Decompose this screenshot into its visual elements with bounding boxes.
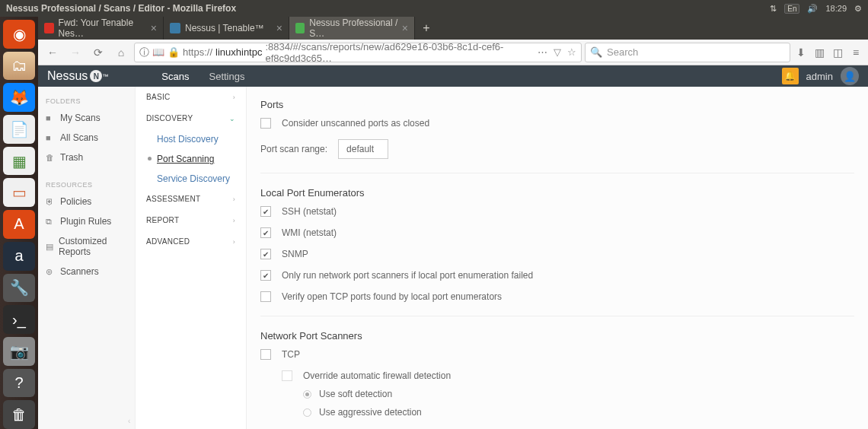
settings-sidebar: BASIC› DISCOVERY⌄ Host Discovery Port Sc… (136, 87, 247, 429)
sidebar-item-scanners[interactable]: ⊚Scanners (38, 262, 135, 281)
user-avatar-icon[interactable]: 👤 (841, 67, 859, 85)
tab-nessus[interactable]: Nessus Professional / S… × (289, 17, 415, 40)
input-port-range[interactable] (338, 139, 388, 159)
trash-icon[interactable]: 🗑 (3, 400, 35, 429)
checkbox-verify[interactable] (260, 291, 271, 302)
radio-aggressive[interactable] (303, 408, 311, 417)
chevron-right-icon: › (233, 195, 235, 203)
search-bar[interactable]: 🔍 Search (585, 43, 790, 62)
language-indicator[interactable]: En (784, 4, 799, 14)
sidebar-item-policies[interactable]: ⛨Policies (38, 192, 135, 211)
sidebar-item-custom-reports[interactable]: ▤Customized Reports (38, 231, 135, 262)
sidebar-item-all-scans[interactable]: ■All Scans (38, 128, 135, 148)
sub-host-discovery[interactable]: Host Discovery (136, 129, 246, 149)
section-advanced[interactable]: ADVANCED› (136, 231, 246, 253)
menu-icon[interactable]: ≡ (848, 46, 863, 59)
back-button[interactable]: ← (43, 43, 62, 62)
label-wmi: WMI (netstat) (282, 227, 337, 238)
checkbox-snmp[interactable] (260, 249, 271, 259)
section-assessment[interactable]: ASSESSMENT› (136, 189, 246, 210)
sub-service-discovery[interactable]: Service Discovery (136, 169, 246, 189)
amazon-icon[interactable]: a (3, 242, 35, 271)
tab-tenable[interactable]: Nessus | Tenable™ × (164, 17, 289, 40)
checkbox-unscanned-closed[interactable] (260, 118, 271, 129)
divider (260, 173, 854, 173)
nav-settings[interactable]: Settings (209, 71, 245, 82)
label-verify: Verify open TCP ports found by local por… (282, 291, 502, 302)
home-button[interactable]: ⌂ (111, 43, 131, 62)
downloads-icon[interactable]: ⬇ (793, 46, 809, 59)
checkbox-only-local[interactable] (260, 270, 271, 281)
pocket-icon[interactable]: ▽ (554, 46, 561, 58)
sidebar-icon[interactable]: ◫ (830, 46, 845, 59)
policies-icon: ⛨ (46, 197, 55, 206)
logo-badge: N (90, 70, 102, 82)
software-icon[interactable]: A (3, 210, 35, 239)
section-report[interactable]: REPORT› (136, 210, 246, 231)
terminal-icon[interactable]: ›_ (3, 305, 35, 334)
firefox-icon[interactable]: 🦊 (3, 83, 35, 112)
screenshot-icon[interactable]: 📷 (3, 337, 35, 366)
notifications-icon[interactable]: 🔔 (782, 68, 799, 84)
gear-icon[interactable]: ⚙ (854, 4, 862, 14)
label: Customized Reports (59, 236, 127, 257)
files-icon[interactable]: 🗂 (3, 52, 35, 81)
sidebar-item-my-scans[interactable]: ■My Scans (38, 108, 135, 128)
label: Policies (60, 196, 91, 207)
ubuntu-dash-icon[interactable]: ◉ (3, 20, 35, 49)
calc-icon[interactable]: ▦ (3, 147, 35, 176)
nav-scans[interactable]: Scans (161, 71, 189, 82)
lock-icon[interactable]: 🔒 (168, 46, 180, 58)
writer-icon[interactable]: 📄 (3, 115, 35, 144)
url-bar[interactable]: ⓘ 📖 🔒 https://linuxhintpc:8834/#/scans/r… (134, 43, 582, 62)
more-icon[interactable]: ⋯ (538, 46, 547, 58)
collapse-sidebar-icon[interactable]: ‹ (128, 417, 130, 425)
sidebar-item-trash[interactable]: 🗑Trash (38, 148, 135, 167)
reload-button[interactable]: ⟳ (88, 43, 108, 62)
nessus-logo[interactable]: Nessus N ™ (47, 69, 108, 83)
close-icon[interactable]: × (276, 22, 282, 34)
checkbox-ssh[interactable] (260, 206, 271, 217)
checkbox-wmi[interactable] (260, 227, 271, 238)
checkbox-tcp[interactable] (260, 349, 271, 360)
section-basic[interactable]: BASIC› (136, 87, 246, 108)
library-icon[interactable]: ▥ (812, 46, 827, 59)
impress-icon[interactable]: ▭ (3, 178, 35, 207)
sub-port-scanning[interactable]: Port Scanning (136, 149, 246, 169)
tab-label: Nessus | Tenable™ (185, 23, 264, 33)
sidebar-item-plugin-rules[interactable]: ⧉Plugin Rules (38, 211, 135, 231)
tenable-icon (170, 23, 180, 33)
brand-text: Nessus (47, 69, 88, 83)
lpe-heading: Local Port Enumerators (260, 187, 854, 199)
mail-icon (44, 23, 54, 33)
label: Trash (60, 152, 83, 163)
reports-icon: ▤ (46, 242, 53, 252)
label: My Scans (60, 113, 101, 123)
clock[interactable]: 18:29 (825, 4, 847, 13)
volume-icon[interactable]: 🔊 (807, 4, 818, 14)
label-unscanned-closed: Consider unscanned ports as closed (282, 118, 429, 129)
section-discovery[interactable]: DISCOVERY⌄ (136, 108, 246, 129)
folders-sidebar: FOLDERS ■My Scans ■All Scans 🗑Trash RESO… (38, 87, 136, 429)
new-tab-button[interactable]: + (415, 17, 438, 40)
settings-icon[interactable]: 🔧 (3, 274, 35, 303)
trash-icon: 🗑 (46, 153, 55, 162)
star-icon[interactable]: ☆ (567, 46, 576, 58)
network-icon[interactable]: ⇅ (770, 4, 777, 14)
ubuntu-launcher: ◉ 🗂 🦊 📄 ▦ ▭ A a 🔧 ›_ 📷 ? 🗑 (0, 17, 38, 429)
close-icon[interactable]: × (402, 22, 408, 34)
close-icon[interactable]: × (151, 22, 157, 34)
user-name[interactable]: admin (806, 71, 833, 82)
reader-icon[interactable]: 📖 (152, 46, 164, 58)
tab-mail[interactable]: Fwd: Your Tenable Nes… × (38, 17, 164, 40)
radio-soft[interactable] (303, 390, 311, 399)
checkbox-override-fw[interactable] (282, 370, 292, 381)
url-scheme: https:// (183, 46, 212, 58)
help-icon[interactable]: ? (3, 369, 35, 398)
trademark: ™ (102, 73, 108, 80)
label-ssh: SSH (netstat) (282, 206, 337, 217)
info-icon[interactable]: ⓘ (139, 46, 149, 59)
label-aggressive: Use aggressive detection (319, 407, 422, 418)
system-tray: ⇅ En 🔊 18:29 ⚙ (770, 4, 862, 14)
forward-button[interactable]: → (65, 43, 85, 62)
